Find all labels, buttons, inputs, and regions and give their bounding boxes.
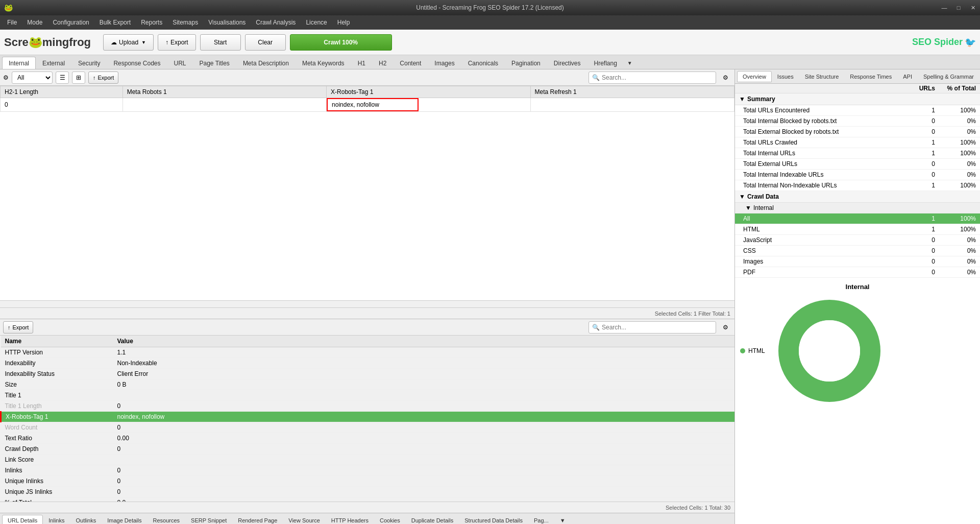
- upload-button[interactable]: ☁ Upload ▼: [103, 34, 154, 51]
- col-meta-robots[interactable]: Meta Robots 1: [122, 86, 326, 98]
- bottom-tab-url-details[interactable]: URL Details: [2, 515, 43, 525]
- bottom-tab-outlinks[interactable]: Outlinks: [70, 515, 102, 525]
- minimize-button[interactable]: —: [937, 0, 951, 15]
- detail-row[interactable]: Title 1: [1, 390, 735, 401]
- bottom-tab-inlinks[interactable]: Inlinks: [43, 515, 70, 525]
- start-button[interactable]: Start: [200, 34, 241, 51]
- tab-images[interactable]: Images: [428, 57, 461, 69]
- detail-row[interactable]: Link Score: [1, 455, 735, 465]
- crawl-internal-row-css[interactable]: CSS 0 0%: [735, 246, 980, 256]
- maximize-button[interactable]: □: [951, 0, 966, 15]
- detail-row[interactable]: IndexabilityNon-Indexable: [1, 358, 735, 369]
- menu-visualisations[interactable]: Visualisations: [203, 17, 251, 28]
- col-x-robots-tag[interactable]: X-Robots-Tag 1: [327, 86, 530, 98]
- tab-more[interactable]: ▼: [624, 57, 636, 69]
- right-tab-api[interactable]: API: [897, 71, 918, 82]
- detail-row[interactable]: Title 1 Length0: [1, 401, 735, 412]
- detail-row[interactable]: Unique Inlinks0: [1, 476, 735, 487]
- search-input[interactable]: [602, 74, 713, 81]
- tab-external[interactable]: External: [36, 57, 71, 69]
- menu-configuration[interactable]: Configuration: [47, 17, 94, 28]
- bottom-tab-cookies[interactable]: Cookies: [374, 515, 406, 525]
- internal-sub-section-header[interactable]: ▼ Internal: [735, 203, 980, 213]
- menu-help[interactable]: Help: [332, 17, 355, 28]
- list-view-button[interactable]: ☰: [56, 72, 69, 84]
- tab-pagination[interactable]: Pagination: [505, 57, 547, 69]
- col-h2-length[interactable]: H2-1 Length: [1, 86, 123, 98]
- detail-row[interactable]: Inlinks0: [1, 465, 735, 476]
- right-tab-spelling[interactable]: Spelling & Grammar: [918, 71, 979, 82]
- crawl-internal-row-js[interactable]: JavaScript 0 0%: [735, 235, 980, 246]
- tab-directives[interactable]: Directives: [547, 57, 587, 69]
- summary-row-6[interactable]: Total Internal Indexable URLs 0 0%: [735, 170, 980, 180]
- detail-search-input[interactable]: [602, 324, 713, 331]
- tab-hreflang[interactable]: Hreflang: [587, 57, 623, 69]
- menu-mode[interactable]: Mode: [22, 17, 47, 28]
- bottom-tab-duplicate-details[interactable]: Duplicate Details: [406, 515, 459, 525]
- tab-meta-description[interactable]: Meta Description: [236, 57, 296, 69]
- grid-view-button[interactable]: ⊞: [72, 72, 85, 84]
- bottom-tab-view-source[interactable]: View Source: [283, 515, 326, 525]
- detail-row[interactable]: Crawl Depth0: [1, 444, 735, 455]
- detail-row[interactable]: % of Total0.0: [1, 497, 735, 502]
- bottom-tab-overflow[interactable]: ▼: [554, 515, 571, 525]
- right-tab-overview[interactable]: Overview: [737, 71, 772, 82]
- export-button[interactable]: ↑ Export: [158, 34, 196, 51]
- menu-sitemaps[interactable]: Sitemaps: [167, 17, 203, 28]
- summary-row-4[interactable]: Total Internal URLs 1 100%: [735, 148, 980, 159]
- summary-row-3[interactable]: Total URLs Crawled 1 100%: [735, 137, 980, 148]
- col-meta-refresh[interactable]: Meta Refresh 1: [530, 86, 734, 98]
- detail-row[interactable]: Size0 B: [1, 379, 735, 390]
- detail-row[interactable]: X-Robots-Tag 1noindex, nofollow: [1, 412, 735, 422]
- clear-button[interactable]: Clear: [245, 34, 286, 51]
- tab-h1[interactable]: H1: [351, 57, 372, 69]
- bottom-tab-structured-data[interactable]: Structured Data Details: [459, 515, 528, 525]
- tab-internal[interactable]: Internal: [2, 57, 36, 69]
- detail-row[interactable]: Word Count0: [1, 422, 735, 433]
- summary-row-7[interactable]: Total Internal Non-Indexable URLs 1 100%: [735, 180, 980, 191]
- tab-h2[interactable]: H2: [372, 57, 393, 69]
- crawl-progress-button[interactable]: Crawl 100%: [290, 34, 392, 51]
- bottom-tab-image-details[interactable]: Image Details: [102, 515, 147, 525]
- crawl-internal-row-all[interactable]: All 1 100%: [735, 213, 980, 224]
- summary-section-header[interactable]: ▼ Summary: [735, 93, 980, 105]
- table-row[interactable]: 0 noindex, nofollow: [1, 98, 734, 112]
- summary-row-1[interactable]: Total Internal Blocked by robots.txt 0 0…: [735, 116, 980, 127]
- bottom-tab-more[interactable]: Pag...: [528, 515, 554, 525]
- tab-content[interactable]: Content: [393, 57, 428, 69]
- right-tab-response-times[interactable]: Response Times: [844, 71, 897, 82]
- bottom-tab-http-headers[interactable]: HTTP Headers: [326, 515, 374, 525]
- detail-row[interactable]: Indexability StatusClient Error: [1, 369, 735, 379]
- crawl-internal-row-pdf[interactable]: PDF 0 0%: [735, 267, 980, 278]
- menu-reports[interactable]: Reports: [136, 17, 167, 28]
- tab-canonicals[interactable]: Canonicals: [461, 57, 505, 69]
- tab-page-titles[interactable]: Page Titles: [193, 57, 236, 69]
- crawl-internal-row-html[interactable]: HTML 1 100%: [735, 224, 980, 235]
- table-export-button[interactable]: ↑ Export: [88, 72, 118, 84]
- filter-options-button[interactable]: ⚙: [719, 72, 731, 84]
- tab-security[interactable]: Security: [71, 57, 107, 69]
- bottom-tab-serp-snippet[interactable]: SERP Snippet: [185, 515, 232, 525]
- bottom-tab-resources[interactable]: Resources: [147, 515, 185, 525]
- detail-row[interactable]: Unique JS Inlinks0: [1, 487, 735, 497]
- summary-row-2[interactable]: Total External Blocked by robots.txt 0 0…: [735, 127, 980, 137]
- close-button[interactable]: ✕: [966, 0, 980, 15]
- detail-export-button[interactable]: ↑ Export: [3, 321, 33, 334]
- summary-row-5[interactable]: Total External URLs 0 0%: [735, 159, 980, 170]
- menu-bulk-export[interactable]: Bulk Export: [94, 17, 136, 28]
- right-tab-site-structure[interactable]: Site Structure: [799, 71, 845, 82]
- tab-meta-keywords[interactable]: Meta Keywords: [296, 57, 351, 69]
- filter-select[interactable]: All: [12, 72, 53, 84]
- bottom-tab-rendered-page[interactable]: Rendered Page: [232, 515, 283, 525]
- menu-licence[interactable]: Licence: [301, 17, 332, 28]
- menu-file[interactable]: File: [2, 17, 22, 28]
- summary-row-0[interactable]: Total URLs Encountered 1 100%: [735, 105, 980, 116]
- crawl-internal-row-images[interactable]: Images 0 0%: [735, 256, 980, 267]
- tab-url[interactable]: URL: [167, 57, 192, 69]
- detail-filter-button[interactable]: ⚙: [719, 321, 731, 334]
- tab-response-codes[interactable]: Response Codes: [107, 57, 167, 69]
- detail-row[interactable]: Text Ratio0.00: [1, 433, 735, 444]
- horizontal-scrollbar[interactable]: [0, 300, 734, 307]
- crawl-data-section-header[interactable]: ▼ Crawl Data: [735, 191, 980, 203]
- right-tab-issues[interactable]: Issues: [772, 71, 799, 82]
